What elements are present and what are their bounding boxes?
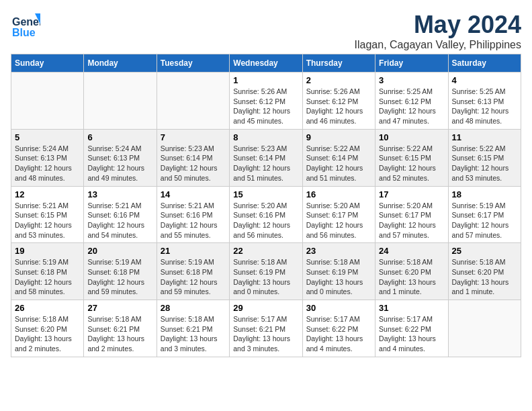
cell-day-number: 5 (15, 132, 80, 142)
calendar-cell: 22Sunrise: 5:18 AM Sunset: 6:19 PM Dayli… (230, 243, 302, 300)
calendar-cell: 10Sunrise: 5:22 AM Sunset: 6:15 PM Dayli… (375, 129, 448, 186)
calendar-cell: 15Sunrise: 5:20 AM Sunset: 6:16 PM Dayli… (230, 186, 302, 243)
cell-day-number: 16 (306, 189, 371, 199)
calendar-cell: 19Sunrise: 5:19 AM Sunset: 6:18 PM Dayli… (11, 243, 84, 300)
cell-info-text: Sunrise: 5:26 AM Sunset: 6:12 PM Dayligh… (306, 87, 371, 126)
cell-info-text: Sunrise: 5:18 AM Sunset: 6:21 PM Dayligh… (161, 314, 226, 354)
cell-day-number: 18 (452, 189, 517, 199)
cell-info-text: Sunrise: 5:22 AM Sunset: 6:14 PM Dayligh… (306, 144, 371, 183)
calendar-cell: 27Sunrise: 5:18 AM Sunset: 6:21 PM Dayli… (84, 300, 157, 357)
cell-info-text: Sunrise: 5:20 AM Sunset: 6:17 PM Dayligh… (306, 201, 371, 240)
calendar-week-row: 26Sunrise: 5:18 AM Sunset: 6:20 PM Dayli… (11, 300, 521, 357)
cell-info-text: Sunrise: 5:18 AM Sunset: 6:20 PM Dayligh… (15, 314, 80, 354)
cell-day-number: 9 (306, 132, 371, 142)
calendar-cell: 14Sunrise: 5:21 AM Sunset: 6:16 PM Dayli… (157, 186, 229, 243)
calendar-cell (11, 73, 84, 130)
weekday-header-saturday: Saturday (448, 54, 521, 73)
month-title: May 2024 (355, 11, 521, 39)
cell-day-number: 23 (306, 246, 371, 256)
calendar-body: 1Sunrise: 5:26 AM Sunset: 6:12 PM Daylig… (11, 73, 521, 357)
calendar-week-row: 12Sunrise: 5:21 AM Sunset: 6:15 PM Dayli… (11, 186, 521, 243)
cell-day-number: 20 (87, 246, 152, 256)
cell-info-text: Sunrise: 5:23 AM Sunset: 6:14 PM Dayligh… (233, 144, 298, 183)
cell-day-number: 27 (87, 303, 152, 313)
cell-day-number: 22 (233, 246, 298, 256)
cell-day-number: 10 (379, 132, 444, 142)
weekday-header-thursday: Thursday (302, 54, 375, 73)
calendar-header-row: SundayMondayTuesdayWednesdayThursdayFrid… (11, 54, 521, 73)
calendar-week-row: 19Sunrise: 5:19 AM Sunset: 6:18 PM Dayli… (11, 243, 521, 300)
calendar-week-row: 5Sunrise: 5:24 AM Sunset: 6:13 PM Daylig… (11, 129, 521, 186)
cell-info-text: Sunrise: 5:18 AM Sunset: 6:20 PM Dayligh… (379, 257, 444, 297)
calendar-cell: 24Sunrise: 5:18 AM Sunset: 6:20 PM Dayli… (375, 243, 448, 300)
cell-day-number: 28 (161, 303, 226, 313)
calendar-cell: 1Sunrise: 5:26 AM Sunset: 6:12 PM Daylig… (230, 73, 302, 130)
calendar-cell: 20Sunrise: 5:19 AM Sunset: 6:18 PM Dayli… (84, 243, 157, 300)
cell-info-text: Sunrise: 5:24 AM Sunset: 6:13 PM Dayligh… (87, 144, 152, 183)
cell-day-number: 19 (15, 246, 80, 256)
cell-day-number: 24 (379, 246, 444, 256)
calendar-cell: 7Sunrise: 5:23 AM Sunset: 6:14 PM Daylig… (157, 129, 229, 186)
cell-info-text: Sunrise: 5:24 AM Sunset: 6:13 PM Dayligh… (15, 144, 80, 183)
calendar-cell: 4Sunrise: 5:25 AM Sunset: 6:13 PM Daylig… (448, 73, 521, 130)
cell-info-text: Sunrise: 5:17 AM Sunset: 6:21 PM Dayligh… (233, 314, 298, 354)
location-subtitle: Ilagan, Cagayan Valley, Philippines (355, 39, 521, 51)
weekday-header-wednesday: Wednesday (230, 54, 302, 73)
calendar-cell: 26Sunrise: 5:18 AM Sunset: 6:20 PM Dayli… (11, 300, 84, 357)
cell-info-text: Sunrise: 5:20 AM Sunset: 6:16 PM Dayligh… (233, 201, 298, 240)
cell-info-text: Sunrise: 5:21 AM Sunset: 6:16 PM Dayligh… (87, 201, 152, 240)
cell-day-number: 14 (161, 189, 226, 199)
weekday-header-monday: Monday (84, 54, 157, 73)
cell-info-text: Sunrise: 5:25 AM Sunset: 6:12 PM Dayligh… (379, 87, 444, 126)
calendar-cell: 12Sunrise: 5:21 AM Sunset: 6:15 PM Dayli… (11, 186, 84, 243)
cell-day-number: 13 (87, 189, 152, 199)
cell-day-number: 17 (379, 189, 444, 199)
cell-day-number: 3 (379, 75, 444, 85)
svg-text:Blue: Blue (12, 27, 36, 38)
cell-day-number: 8 (233, 132, 298, 142)
calendar-cell: 9Sunrise: 5:22 AM Sunset: 6:14 PM Daylig… (302, 129, 375, 186)
calendar-cell (448, 300, 521, 357)
weekday-header-friday: Friday (375, 54, 448, 73)
calendar-week-row: 1Sunrise: 5:26 AM Sunset: 6:12 PM Daylig… (11, 73, 521, 130)
cell-day-number: 25 (452, 246, 517, 256)
cell-info-text: Sunrise: 5:18 AM Sunset: 6:21 PM Dayligh… (87, 314, 152, 354)
cell-day-number: 4 (452, 75, 517, 85)
cell-info-text: Sunrise: 5:20 AM Sunset: 6:17 PM Dayligh… (379, 201, 444, 240)
cell-day-number: 6 (87, 132, 152, 142)
calendar-table: SundayMondayTuesdayWednesdayThursdayFrid… (11, 54, 521, 357)
calendar-cell: 30Sunrise: 5:17 AM Sunset: 6:22 PM Dayli… (302, 300, 375, 357)
page-header: General Blue May 2024 Ilagan, Cagayan Va… (11, 11, 521, 51)
cell-day-number: 1 (233, 75, 298, 85)
weekday-header-sunday: Sunday (11, 54, 84, 73)
logo-icon: General Blue (11, 11, 40, 40)
calendar-cell: 16Sunrise: 5:20 AM Sunset: 6:17 PM Dayli… (302, 186, 375, 243)
cell-info-text: Sunrise: 5:18 AM Sunset: 6:19 PM Dayligh… (306, 257, 371, 297)
cell-day-number: 11 (452, 132, 517, 142)
cell-info-text: Sunrise: 5:19 AM Sunset: 6:17 PM Dayligh… (452, 201, 517, 240)
calendar-cell: 11Sunrise: 5:22 AM Sunset: 6:15 PM Dayli… (448, 129, 521, 186)
cell-info-text: Sunrise: 5:18 AM Sunset: 6:20 PM Dayligh… (452, 257, 517, 297)
calendar-cell: 28Sunrise: 5:18 AM Sunset: 6:21 PM Dayli… (157, 300, 229, 357)
calendar-cell: 6Sunrise: 5:24 AM Sunset: 6:13 PM Daylig… (84, 129, 157, 186)
cell-info-text: Sunrise: 5:26 AM Sunset: 6:12 PM Dayligh… (233, 87, 298, 126)
cell-info-text: Sunrise: 5:17 AM Sunset: 6:22 PM Dayligh… (306, 314, 371, 354)
calendar-cell (84, 73, 157, 130)
calendar-cell: 25Sunrise: 5:18 AM Sunset: 6:20 PM Dayli… (448, 243, 521, 300)
cell-info-text: Sunrise: 5:25 AM Sunset: 6:13 PM Dayligh… (452, 87, 517, 126)
cell-day-number: 2 (306, 75, 371, 85)
cell-day-number: 30 (306, 303, 371, 313)
cell-day-number: 7 (161, 132, 226, 142)
cell-info-text: Sunrise: 5:21 AM Sunset: 6:15 PM Dayligh… (15, 201, 80, 240)
cell-info-text: Sunrise: 5:19 AM Sunset: 6:18 PM Dayligh… (161, 257, 226, 297)
cell-info-text: Sunrise: 5:19 AM Sunset: 6:18 PM Dayligh… (87, 257, 152, 297)
cell-day-number: 12 (15, 189, 80, 199)
cell-day-number: 31 (379, 303, 444, 313)
cell-day-number: 29 (233, 303, 298, 313)
cell-day-number: 15 (233, 189, 298, 199)
cell-info-text: Sunrise: 5:23 AM Sunset: 6:14 PM Dayligh… (161, 144, 226, 183)
calendar-cell (157, 73, 229, 130)
cell-info-text: Sunrise: 5:22 AM Sunset: 6:15 PM Dayligh… (379, 144, 444, 183)
calendar-cell: 23Sunrise: 5:18 AM Sunset: 6:19 PM Dayli… (302, 243, 375, 300)
cell-info-text: Sunrise: 5:21 AM Sunset: 6:16 PM Dayligh… (161, 201, 226, 240)
